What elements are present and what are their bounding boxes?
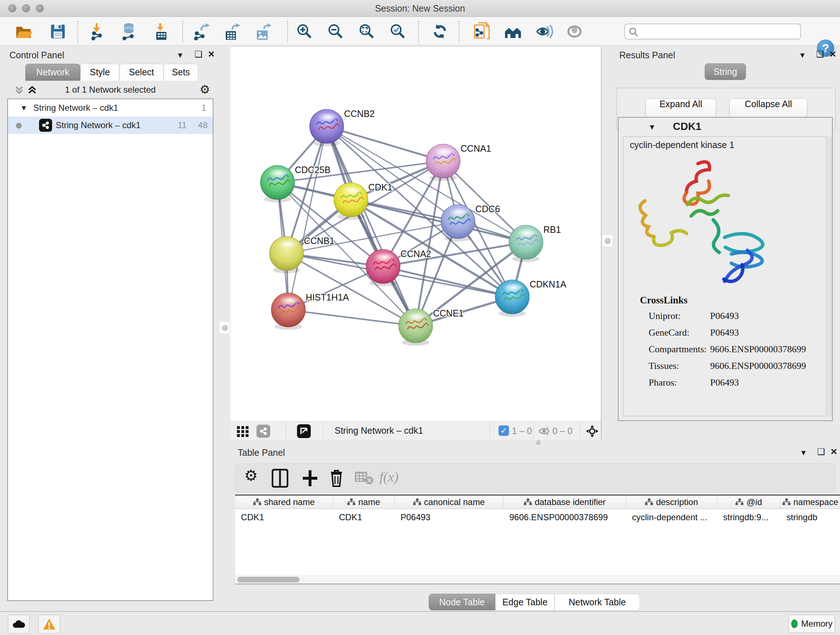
column-header[interactable]: shared name <box>235 496 333 509</box>
left-splitter-grip[interactable] <box>219 321 230 334</box>
crosslink-link[interactable]: P06493 <box>710 327 739 338</box>
edge-HIST1H1A-CCNE1[interactable] <box>288 310 416 326</box>
hidden-eye-icon <box>538 426 550 438</box>
close-panel-icon[interactable]: ✕ <box>830 447 837 457</box>
table-panel: Table Panel ▾ ❏ ✕ ⚙ f(x) shared name nam… <box>231 446 840 611</box>
node-HIST1H1A[interactable]: HIST1H1A <box>271 292 349 330</box>
show-hide-icon[interactable] <box>534 22 554 41</box>
tab-style[interactable]: Style <box>80 64 119 81</box>
node-result-body: cyclin-dependent kinase 1 CrossLinks Uni… <box>623 136 826 416</box>
network-label: String Network – cdk1 <box>56 117 141 134</box>
search-box[interactable] <box>624 24 801 40</box>
control-panel: Control Panel ▾ ❏ ✕ Network Style Select… <box>4 47 216 604</box>
import-network-database-icon[interactable] <box>118 22 139 41</box>
toolbar-separator <box>459 21 459 42</box>
nav-separator <box>286 423 286 439</box>
zoom-out-icon[interactable] <box>325 22 346 41</box>
right-splitter-grip[interactable] <box>602 234 613 247</box>
close-panel-icon[interactable]: ✕ <box>829 49 836 59</box>
cloud-button[interactable] <box>8 615 30 633</box>
tab-network-table[interactable]: Network Table <box>554 594 640 610</box>
network-row[interactable]: String Network – cdk1 11 48 <box>8 117 213 134</box>
crosslink-link[interactable]: 9606.ENSP00000378699 <box>710 344 806 355</box>
export-table-icon[interactable] <box>221 22 242 41</box>
import-table-icon[interactable] <box>151 22 172 41</box>
add-column-icon[interactable] <box>302 469 319 489</box>
grid-view-icon[interactable] <box>237 425 249 439</box>
scrollbar-thumb[interactable] <box>237 577 300 583</box>
birds-eye-view-icon[interactable] <box>297 424 311 438</box>
search-input[interactable] <box>641 25 797 38</box>
crosslink-label: Tissues: <box>649 361 679 371</box>
node-label: CCNE1 <box>433 308 464 318</box>
clone-network-icon[interactable] <box>472 22 492 41</box>
node-RB1[interactable]: RB1 <box>509 225 561 262</box>
string-view-icon[interactable] <box>256 424 270 438</box>
node-label: CCNB1 <box>304 236 335 246</box>
float-panel-icon[interactable]: ▾ <box>800 50 805 60</box>
tab-sets[interactable]: Sets <box>164 64 198 81</box>
tab-node-table[interactable]: Node Table <box>429 594 495 610</box>
zoom-in-icon[interactable] <box>294 22 315 41</box>
results-scrollbar[interactable] <box>828 136 831 416</box>
table-horizontal-scrollbar[interactable] <box>235 575 840 584</box>
crosslink-link[interactable]: 9606.ENSP00000378699 <box>710 361 806 371</box>
open-file-icon[interactable] <box>14 22 34 41</box>
pan-crosshair-icon[interactable] <box>586 424 599 439</box>
save-session-icon[interactable] <box>48 22 68 41</box>
table-header-row: shared name name canonical name database… <box>235 494 840 509</box>
tab-string[interactable]: String <box>705 63 746 80</box>
import-network-file-icon[interactable] <box>88 22 108 41</box>
node-label: CCNA2 <box>401 249 431 259</box>
node-CDK1[interactable]: CDK1 <box>334 182 393 220</box>
undock-panel-icon[interactable]: ❏ <box>195 49 202 59</box>
memory-button[interactable]: Memory <box>789 615 835 633</box>
undock-panel-icon[interactable]: ❏ <box>816 49 824 59</box>
expand-all-button[interactable]: Expand All <box>645 98 716 117</box>
selection-checkbox-icon[interactable]: ✓ <box>499 425 509 436</box>
node-label: CCNA1 <box>461 143 491 154</box>
crosslink-label: Pharos: <box>649 377 677 388</box>
crosslink-link[interactable]: P06493 <box>710 310 739 321</box>
table-settings-gear-icon[interactable]: ⚙ <box>244 467 258 485</box>
float-panel-icon[interactable]: ▾ <box>178 50 182 60</box>
home-networks-icon[interactable] <box>503 22 523 41</box>
collapse-section-icon[interactable]: ▼ <box>648 123 656 131</box>
column-header[interactable]: name <box>333 496 395 509</box>
delete-column-icon[interactable] <box>329 469 344 489</box>
collection-label: String Network – cdk1 <box>33 99 118 117</box>
tab-edge-table[interactable]: Edge Table <box>495 594 554 610</box>
table-row[interactable]: CDK1 CDK1 P06493 9606.ENSP00000378699 cy… <box>235 510 840 524</box>
zoom-fit-icon[interactable] <box>357 22 377 41</box>
column-header[interactable]: canonical name <box>395 496 504 509</box>
node-label: CDC25B <box>295 165 331 175</box>
close-panel-icon[interactable]: ✕ <box>208 49 215 59</box>
tab-select[interactable]: Select <box>119 64 164 81</box>
node-CCNA2[interactable]: CCNA2 <box>366 249 431 287</box>
column-header[interactable]: @id <box>717 496 781 509</box>
zoom-selected-icon[interactable] <box>388 22 408 41</box>
crosslink-link[interactable]: P06493 <box>710 377 739 388</box>
undock-panel-icon[interactable]: ❏ <box>817 447 825 457</box>
column-header[interactable]: namespace <box>781 496 840 509</box>
collapse-all-button[interactable]: Collapse All <box>729 98 807 117</box>
column-header[interactable]: description <box>626 496 717 509</box>
node-label: HIST1H1A <box>306 292 349 302</box>
node-CDKN1A[interactable]: CDKN1A <box>495 279 567 317</box>
network-options-gear-icon[interactable]: ⚙ <box>200 82 210 96</box>
edge-CCNB2-CCNA1[interactable] <box>327 126 443 161</box>
export-network-icon[interactable] <box>191 22 211 41</box>
network-graph[interactable]: CCNB2CCNA1CDC25BCDK1CDC6RB1CCNB1CCNA2CDK… <box>231 47 601 421</box>
show-columns-icon[interactable] <box>272 469 288 489</box>
network-collection-row[interactable]: ▼ String Network – cdk1 1 <box>8 99 213 117</box>
column-header[interactable]: database identifier <box>504 496 626 509</box>
export-image-icon[interactable] <box>253 22 273 41</box>
expander-icon[interactable]: ▼ <box>20 99 27 117</box>
network-view[interactable]: CCNB2CCNA1CDC25BCDK1CDC6RB1CCNB1CCNA2CDK… <box>231 47 602 421</box>
edge-HIST1H1A-CCNB2[interactable] <box>288 126 327 310</box>
warnings-button[interactable] <box>38 615 60 633</box>
bottom-splitter-grip[interactable] <box>532 440 544 445</box>
tab-network[interactable]: Network <box>25 64 80 81</box>
refresh-icon[interactable] <box>430 22 450 41</box>
float-panel-icon[interactable]: ▾ <box>801 448 806 458</box>
